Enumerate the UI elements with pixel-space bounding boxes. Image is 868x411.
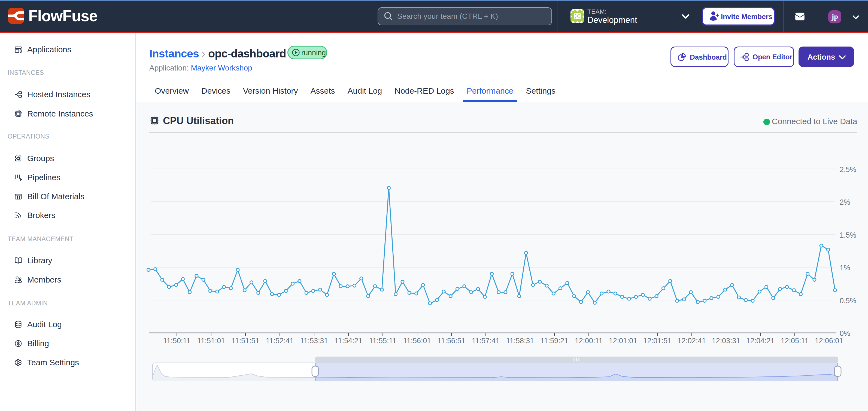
svg-text:11:51:01: 11:51:01 [197,337,225,345]
svg-text:11:54:21: 11:54:21 [335,337,362,345]
svg-text:2.5%: 2.5% [840,166,856,174]
svg-text:12:04:21: 12:04:21 [746,337,775,345]
svg-text:11:58:31: 11:58:31 [506,337,534,345]
svg-text:12:06:01: 12:06:01 [815,337,843,345]
svg-text:1%: 1% [840,264,850,272]
svg-text:12:01:51: 12:01:51 [643,337,672,345]
svg-text:12:00:11: 12:00:11 [575,337,602,345]
svg-text:2%: 2% [840,198,850,206]
svg-text:11:57:41: 11:57:41 [472,337,500,345]
svg-text:11:56:01: 11:56:01 [403,337,431,345]
svg-text:11:52:41: 11:52:41 [266,337,294,345]
svg-text:0.5%: 0.5% [840,297,856,305]
svg-text:1.5%: 1.5% [840,231,856,239]
svg-text:12:02:41: 12:02:41 [678,337,706,345]
svg-text:12:05:11: 12:05:11 [781,337,809,345]
svg-text:0%: 0% [840,329,850,338]
svg-text:11:56:51: 11:56:51 [438,337,465,345]
svg-text:11:55:11: 11:55:11 [369,337,396,345]
svg-text:11:51:51: 11:51:51 [231,337,259,345]
svg-text:11:53:31: 11:53:31 [300,337,328,345]
svg-text:11:50:11: 11:50:11 [163,337,190,345]
svg-text:11:59:21: 11:59:21 [540,337,568,345]
svg-text:12:01:01: 12:01:01 [609,337,637,345]
svg-text:12:03:31: 12:03:31 [712,337,740,345]
